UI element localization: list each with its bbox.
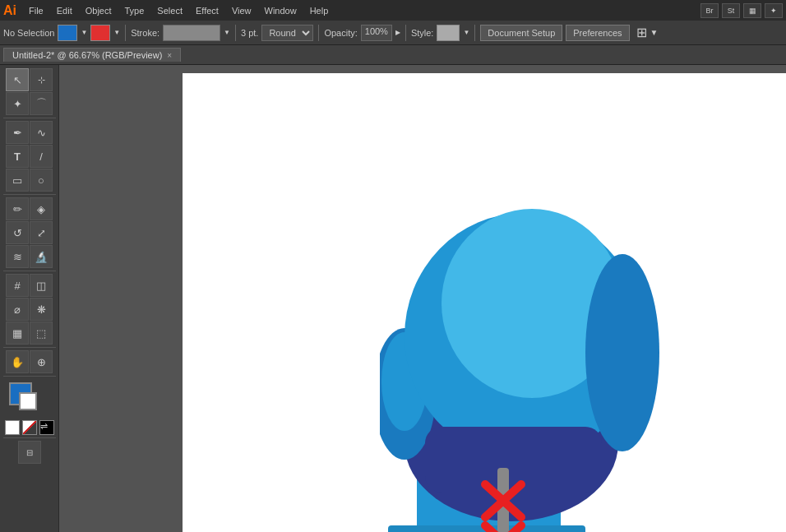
star-icon[interactable]: ✦ bbox=[765, 3, 783, 18]
stroke-preview-arrow[interactable]: ▼ bbox=[224, 29, 230, 36]
stock-icon[interactable]: St bbox=[722, 3, 740, 18]
arrange-icon[interactable]: ⊞ bbox=[636, 25, 647, 40]
menu-window[interactable]: Window bbox=[259, 4, 303, 17]
stroke-preview[interactable] bbox=[163, 25, 220, 41]
knuckle-area bbox=[425, 427, 602, 493]
menu-help[interactable]: Help bbox=[304, 4, 335, 17]
sep5 bbox=[474, 25, 475, 41]
tool-divider-4 bbox=[3, 347, 56, 348]
tool-row-7: ↺ ⤢ bbox=[2, 221, 57, 244]
fill-arrow[interactable]: ▼ bbox=[81, 29, 87, 36]
curvature-tool[interactable]: ∿ bbox=[30, 121, 53, 144]
chart-tool[interactable]: ▦ bbox=[6, 322, 29, 345]
sep2 bbox=[235, 25, 236, 41]
menu-effect[interactable]: Effect bbox=[190, 4, 224, 17]
canvas-area[interactable] bbox=[59, 65, 786, 532]
tool-divider-5 bbox=[3, 376, 56, 377]
eyedrop-tool[interactable]: 🔬 bbox=[30, 245, 53, 268]
tool-row-10: ⌀ ❋ bbox=[2, 298, 57, 321]
style-label: Style: bbox=[411, 28, 434, 38]
pen-tool[interactable]: ✒ bbox=[6, 121, 29, 144]
toolbar: No Selection ▼ ▼ Stroke: ▼ 3 pt. Round M… bbox=[0, 21, 786, 45]
color-swatches: ⇌ bbox=[2, 382, 57, 435]
text-tool[interactable]: T bbox=[6, 145, 29, 168]
opacity-value[interactable]: 100% bbox=[361, 25, 392, 41]
sep1 bbox=[125, 25, 126, 41]
menu-select[interactable]: Select bbox=[151, 4, 188, 17]
bridge-icon[interactable]: Br bbox=[700, 3, 719, 18]
sep3 bbox=[318, 25, 319, 41]
app-logo: Ai bbox=[3, 3, 16, 18]
tool-divider-3 bbox=[3, 271, 56, 271]
style-swatch[interactable] bbox=[437, 25, 460, 41]
mesh-tool[interactable]: # bbox=[6, 274, 29, 297]
tab-title: Untitled-2* @ 66.67% (RGB/Preview) bbox=[12, 50, 162, 60]
menu-type[interactable]: Type bbox=[119, 4, 150, 17]
pencil-tool[interactable]: ✏ bbox=[6, 197, 29, 220]
blend-tool[interactable]: ≋ bbox=[6, 245, 29, 268]
tool-row-2: ✦ ⌒ bbox=[2, 92, 57, 115]
document-setup-button[interactable]: Document Setup bbox=[480, 25, 562, 41]
artboard-nav-tool[interactable]: ⊟ bbox=[18, 441, 41, 464]
fill-color[interactable] bbox=[58, 25, 77, 41]
lasso-tool[interactable]: ⌒ bbox=[30, 92, 53, 115]
rect-tool[interactable]: ▭ bbox=[6, 169, 29, 192]
selection-label: No Selection bbox=[3, 28, 54, 38]
glove-right bbox=[585, 254, 659, 451]
document-tab[interactable]: Untitled-2* @ 66.67% (RGB/Preview) × bbox=[3, 48, 181, 62]
grid-icon[interactable]: ▦ bbox=[743, 3, 761, 18]
tool-divider-6 bbox=[3, 437, 56, 438]
select-tool[interactable]: ↖ bbox=[6, 68, 29, 91]
tool-row-5: ▭ ○ bbox=[2, 169, 57, 192]
menu-edit[interactable]: Edit bbox=[51, 4, 78, 17]
style-arrow[interactable]: ▼ bbox=[463, 29, 469, 36]
arrange-arrow[interactable]: ▼ bbox=[650, 28, 659, 37]
tool-row-12: ✋ ⊕ bbox=[2, 350, 57, 373]
scale-tool[interactable]: ⤢ bbox=[30, 221, 53, 244]
tab-close[interactable]: × bbox=[167, 51, 172, 60]
stroke-label: Stroke: bbox=[131, 28, 160, 38]
ellipse-tool[interactable]: ○ bbox=[30, 169, 53, 192]
tool-divider-2 bbox=[3, 194, 56, 195]
line-tool[interactable]: / bbox=[30, 145, 53, 168]
menu-file[interactable]: File bbox=[23, 4, 49, 17]
measure-tool[interactable]: ⌀ bbox=[6, 298, 29, 321]
stroke-arrow[interactable]: ▼ bbox=[113, 29, 120, 36]
stroke-swatch[interactable] bbox=[19, 392, 37, 410]
default-colors-icon[interactable] bbox=[5, 420, 20, 435]
symbol-tool[interactable]: ❋ bbox=[30, 298, 53, 321]
tool-row-6: ✏ ◈ bbox=[2, 197, 57, 220]
sep4 bbox=[405, 25, 406, 41]
none-icon[interactable] bbox=[22, 420, 37, 435]
main-area: ↖ ⊹ ✦ ⌒ ✒ ∿ T / ▭ ○ ✏ ◈ ↺ ⤢ ≋ bbox=[0, 65, 786, 532]
direct-select-tool[interactable]: ⊹ bbox=[30, 68, 53, 91]
tool-divider-1 bbox=[3, 118, 56, 118]
tab-bar: Untitled-2* @ 66.67% (RGB/Preview) × bbox=[0, 45, 786, 65]
tool-row-last: ⊟ bbox=[2, 441, 57, 464]
opacity-label: Opacity: bbox=[324, 28, 357, 38]
zoom-tool[interactable]: ⊕ bbox=[30, 350, 53, 373]
tool-row-9: # ◫ bbox=[2, 274, 57, 297]
opacity-arrow[interactable]: ▶ bbox=[395, 29, 400, 36]
swap-icon[interactable]: ⇌ bbox=[39, 420, 54, 435]
magic-wand-tool[interactable]: ✦ bbox=[6, 92, 29, 115]
tool-row-8: ≋ 🔬 bbox=[2, 245, 57, 268]
menu-bar: Ai File Edit Object Type Select Effect V… bbox=[0, 0, 786, 21]
artboard-tool[interactable]: ⬚ bbox=[30, 322, 53, 345]
grad-tool[interactable]: ◫ bbox=[30, 274, 53, 297]
tool-row-4: T / bbox=[2, 145, 57, 168]
tool-row-11: ▦ ⬚ bbox=[2, 322, 57, 345]
tool-row-1: ↖ ⊹ bbox=[2, 68, 57, 91]
stroke-width-label: 3 pt. bbox=[241, 28, 258, 38]
hand-tool[interactable]: ✋ bbox=[6, 350, 29, 373]
tool-row-3: ✒ ∿ bbox=[2, 121, 57, 144]
menu-object[interactable]: Object bbox=[80, 4, 118, 17]
preferences-button[interactable]: Preferences bbox=[566, 25, 629, 41]
eraser-tool[interactable]: ◈ bbox=[30, 197, 53, 220]
stroke-color[interactable] bbox=[90, 25, 110, 41]
rotate-tool[interactable]: ↺ bbox=[6, 221, 29, 244]
menu-view[interactable]: View bbox=[226, 4, 257, 17]
stroke-style-select[interactable]: Round Miter Bevel bbox=[261, 25, 313, 41]
boxing-glove-artwork bbox=[380, 197, 684, 532]
toolbox: ↖ ⊹ ✦ ⌒ ✒ ∿ T / ▭ ○ ✏ ◈ ↺ ⤢ ≋ bbox=[0, 65, 59, 532]
